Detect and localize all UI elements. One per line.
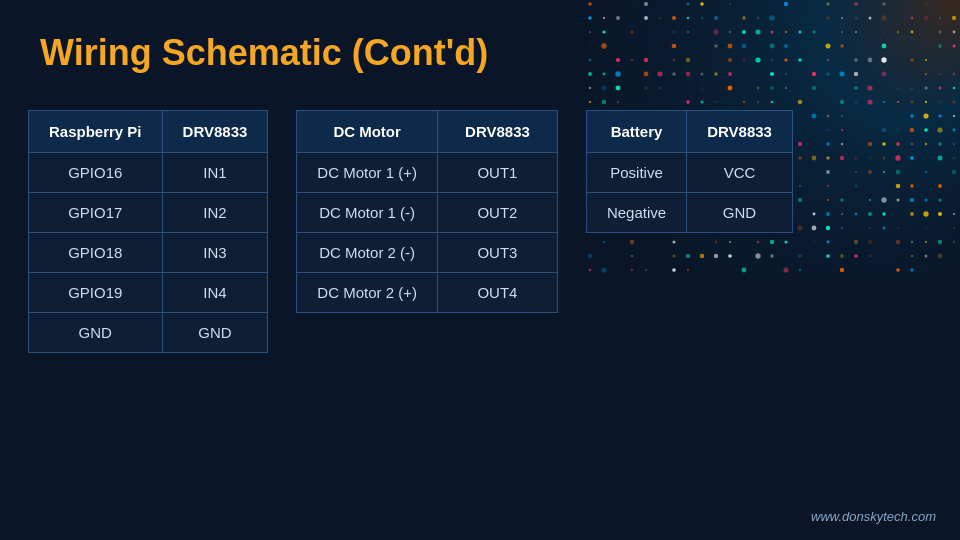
table-cell: IN1 — [162, 153, 268, 193]
table-row: GNDGND — [29, 313, 268, 353]
table-cell: GPIO19 — [29, 273, 163, 313]
table-cell: GPIO17 — [29, 193, 163, 233]
table-row: DC Motor 1 (-)OUT2 — [297, 193, 558, 233]
table-cell: GPIO16 — [29, 153, 163, 193]
tables-container: Raspberry Pi DRV8833 GPIO16IN1GPIO17IN2G… — [28, 110, 793, 353]
battery-table: Battery DRV8833 PositiveVCCNegativeGND — [586, 110, 793, 233]
table-cell: DC Motor 1 (+) — [297, 153, 438, 193]
table-cell: IN3 — [162, 233, 268, 273]
website-label: www.donskytech.com — [811, 509, 936, 524]
table-cell: IN2 — [162, 193, 268, 233]
table-cell: OUT2 — [437, 193, 557, 233]
table-cell: OUT3 — [437, 233, 557, 273]
table-cell: VCC — [687, 153, 793, 193]
table-row: GPIO19IN4 — [29, 273, 268, 313]
table3-header-col2: DRV8833 — [687, 111, 793, 153]
table-cell: GND — [687, 193, 793, 233]
dc-motor-table: DC Motor DRV8833 DC Motor 1 (+)OUT1DC Mo… — [296, 110, 558, 313]
table-row: GPIO18IN3 — [29, 233, 268, 273]
table-row: NegativeGND — [586, 193, 792, 233]
table-cell: Positive — [586, 153, 686, 193]
table-cell: IN4 — [162, 273, 268, 313]
table-cell: DC Motor 2 (-) — [297, 233, 438, 273]
table-row: PositiveVCC — [586, 153, 792, 193]
table-cell: OUT1 — [437, 153, 557, 193]
table2-header-col2: DRV8833 — [437, 111, 557, 153]
table-cell: DC Motor 2 (+) — [297, 273, 438, 313]
table-row: DC Motor 2 (+)OUT4 — [297, 273, 558, 313]
table-row: DC Motor 1 (+)OUT1 — [297, 153, 558, 193]
table-cell: GND — [29, 313, 163, 353]
table-cell: DC Motor 1 (-) — [297, 193, 438, 233]
table1-header-col2: DRV8833 — [162, 111, 268, 153]
table-row: GPIO16IN1 — [29, 153, 268, 193]
table-row: DC Motor 2 (-)OUT3 — [297, 233, 558, 273]
table-cell: GPIO18 — [29, 233, 163, 273]
table-cell: Negative — [586, 193, 686, 233]
table2-header-col1: DC Motor — [297, 111, 438, 153]
table-row: GPIO17IN2 — [29, 193, 268, 233]
table-cell: GND — [162, 313, 268, 353]
table3-header-col1: Battery — [586, 111, 686, 153]
page-title: Wiring Schematic (Cont'd) — [40, 32, 488, 74]
table1-header-col1: Raspberry Pi — [29, 111, 163, 153]
table-cell: OUT4 — [437, 273, 557, 313]
raspberry-pi-table: Raspberry Pi DRV8833 GPIO16IN1GPIO17IN2G… — [28, 110, 268, 353]
